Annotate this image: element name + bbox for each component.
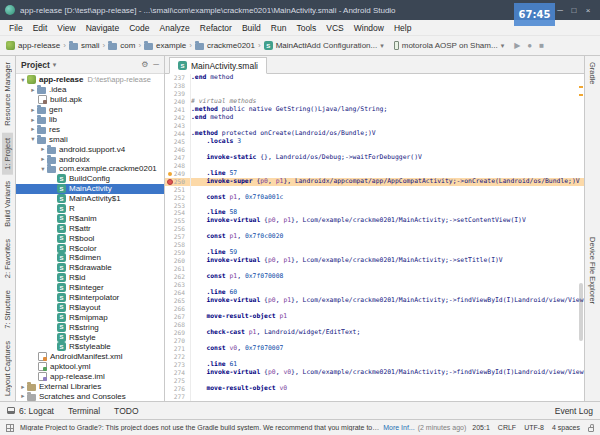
breakpoint-icon[interactable] [167, 179, 173, 185]
caret-position[interactable]: 205:1 [472, 424, 490, 431]
code-text[interactable] [191, 353, 584, 361]
line-number[interactable]: 245 [165, 138, 191, 146]
line-number[interactable]: 251 [165, 186, 191, 194]
line-number[interactable]: 238 [165, 82, 191, 90]
line-number[interactable]: 256 [165, 225, 191, 233]
project-tree-item-mainactivity[interactable]: MainActivity [16, 184, 164, 194]
menu-item-tools[interactable]: Tools [291, 23, 321, 33]
tool-stripe-item-gradle[interactable]: Gradle [587, 57, 598, 90]
project-tree-item-app-release-iml[interactable]: app-release.iml [16, 372, 164, 382]
breadcrumb-item-example[interactable]: example [144, 41, 186, 50]
line-number[interactable]: 258 [165, 241, 191, 249]
chevron-down-icon[interactable]: ▾ [19, 76, 27, 84]
line-number[interactable]: 252 [165, 194, 191, 202]
code-text[interactable]: .method protected onCreate(Landroid/os/B… [191, 130, 584, 138]
menu-item-vcs[interactable]: VCS [321, 23, 348, 33]
maximize-button[interactable]: □ [567, 2, 581, 18]
code-text[interactable] [191, 90, 584, 98]
indent-setting[interactable]: 4 spaces [552, 424, 580, 431]
line-number[interactable]: 244 [165, 130, 191, 138]
code-text[interactable]: .locals 3 [191, 138, 584, 146]
line-number[interactable]: 267 [165, 313, 191, 321]
error-stripe-mark[interactable] [579, 86, 583, 88]
menu-item-help[interactable]: Help [389, 23, 416, 33]
menu-item-edit[interactable]: Edit [28, 23, 53, 33]
menu-item-analyze[interactable]: Analyze [155, 23, 195, 33]
tool-tab-event-log[interactable]: Event Log [555, 406, 593, 416]
editor-scrollbar[interactable] [579, 283, 583, 341]
tool-stripe-item-2-favorites[interactable]: 2: Favorites [2, 234, 13, 283]
project-tree-item-androidx[interactable]: ▸androidx [16, 154, 164, 164]
code-text[interactable] [191, 393, 584, 401]
project-tree-item-r-id[interactable]: R$id [16, 273, 164, 283]
tool-stripe-item-build-variants[interactable]: Build Variants [2, 176, 13, 232]
line-number[interactable]: 249 [165, 170, 191, 178]
code-text[interactable] [191, 377, 584, 385]
code-text[interactable] [191, 162, 584, 170]
line-number[interactable]: 246 [165, 146, 191, 154]
menu-item-file[interactable]: File [4, 23, 28, 33]
project-tree-item-r-interpolator[interactable]: R$interpolator [16, 293, 164, 303]
line-number[interactable]: 273 [165, 361, 191, 369]
breadcrumb-item-app-release[interactable]: app-release [6, 41, 60, 50]
line-number[interactable]: 272 [165, 353, 191, 361]
line-number[interactable]: 263 [165, 281, 191, 289]
line-separator[interactable]: CRLF [498, 424, 516, 431]
line-number[interactable]: 264 [165, 289, 191, 297]
line-number[interactable]: 274 [165, 369, 191, 377]
project-tree-item-r-attr[interactable]: R$attr [16, 223, 164, 233]
line-number[interactable]: 240 [165, 98, 191, 106]
code-text[interactable] [191, 337, 584, 345]
project-tree-item-r-integer[interactable]: R$integer [16, 283, 164, 293]
project-tree-item-android-support-v4[interactable]: ▸android.support.v4 [16, 144, 164, 154]
tool-stripe-item-1-project[interactable]: 1: Project [2, 133, 13, 175]
minimize-button[interactable]: ─ [553, 2, 567, 18]
menu-item-navigate[interactable]: Navigate [81, 23, 125, 33]
breadcrumb-item-crackme0201[interactable]: crackme0201 [195, 41, 255, 50]
device-select[interactable]: motorola AOSP on Sham... ▾ [394, 41, 504, 50]
line-number[interactable]: 237 [165, 74, 191, 82]
line-number[interactable]: 275 [165, 377, 191, 385]
editor-tab-mainactivity-smali[interactable]: MainActivity.smali [169, 57, 267, 74]
chevron-right-icon[interactable]: ▸ [39, 155, 47, 163]
tool-tab-6-logcat[interactable]: 6: Logcat [7, 406, 54, 416]
hide-panel-icon[interactable]: ─ [153, 60, 159, 69]
debug-icon[interactable]: ● [527, 41, 532, 50]
line-number[interactable]: 248 [165, 162, 191, 170]
code-text[interactable] [191, 281, 584, 289]
code-text[interactable] [191, 122, 584, 130]
chevron-right-icon[interactable]: ▸ [29, 106, 37, 114]
code-text[interactable]: .line 58 [191, 209, 584, 217]
line-number[interactable]: 247 [165, 154, 191, 162]
file-encoding[interactable]: UTF-8 [524, 424, 544, 431]
run-icon[interactable]: ▶ [514, 41, 520, 50]
code-text[interactable]: invoke-super {p0, p1}, Landroidx/appcomp… [191, 178, 584, 186]
line-number[interactable]: 269 [165, 329, 191, 337]
project-tree-item-com-example-crackme0201[interactable]: ▾com.example.crackme0201 [16, 164, 164, 174]
project-panel-title[interactable]: Project [21, 60, 50, 70]
project-tree-item-idea[interactable]: ▸.idea [16, 85, 164, 95]
project-tree-item-build-apk[interactable]: build.apk [16, 95, 164, 105]
menu-item-code[interactable]: Code [124, 23, 154, 33]
project-tree-item-r[interactable]: R [16, 204, 164, 214]
code-text[interactable]: invoke-virtual {p0, p1}, Lcom/example/cr… [191, 257, 584, 265]
project-tree-item-scratches-and-consoles[interactable]: ▸Scratches and Consoles [16, 392, 164, 402]
project-tree-item-r-styleable[interactable]: R$styleable [16, 342, 164, 352]
code-text[interactable]: .line 57 [191, 170, 584, 178]
readonly-lock-icon[interactable] [588, 427, 594, 432]
line-number[interactable]: 276 [165, 385, 191, 393]
chevron-right-icon[interactable]: ▸ [19, 383, 27, 391]
line-number[interactable]: 250 [165, 178, 191, 186]
code-text[interactable] [191, 305, 584, 313]
project-tree-item-androidmanifest-xml[interactable]: AndroidManifest.xml [16, 352, 164, 362]
project-tree-item-apktool-yml[interactable]: apktool.yml [16, 362, 164, 372]
line-number[interactable]: 257 [165, 233, 191, 241]
code-text[interactable]: invoke-virtual {p0, p1}, Lcom/example/cr… [191, 217, 584, 225]
code-text[interactable]: .end method [191, 74, 584, 82]
chevron-right-icon[interactable]: ▸ [29, 125, 37, 133]
code-text[interactable] [191, 321, 584, 329]
project-tree-item-r-style[interactable]: R$style [16, 332, 164, 342]
line-number[interactable]: 261 [165, 265, 191, 273]
chevron-right-icon[interactable]: ▸ [19, 392, 27, 400]
code-text[interactable]: move-result-object p1 [191, 313, 584, 321]
